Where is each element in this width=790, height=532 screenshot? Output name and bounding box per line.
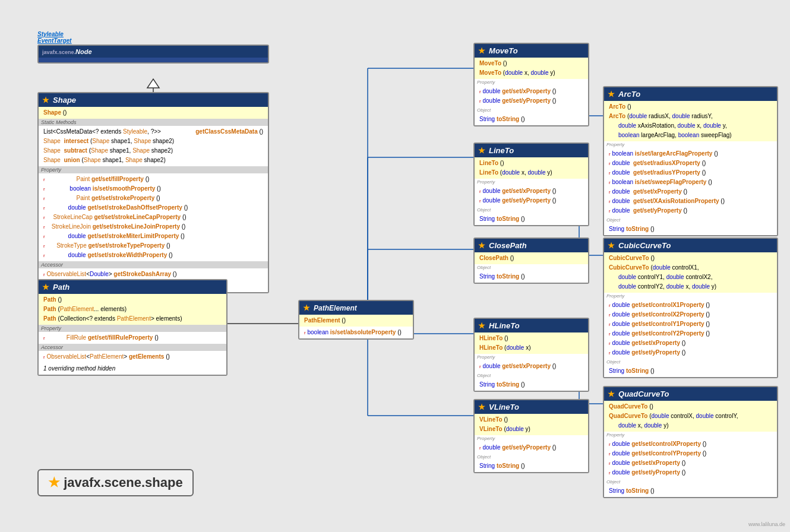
cubic-curve-to-object-label: Object (604, 359, 777, 365)
node-class-card: javafx.scene.Node (37, 45, 269, 64)
close-path-object-label: Object (475, 264, 588, 271)
node-subbar (39, 58, 268, 62)
shape-static-1: List<CssMetaData<? extends Styleable, ?>… (41, 127, 266, 137)
arc-to-object-methods: String toString () (604, 223, 777, 235)
move-to-object-label: Object (475, 107, 588, 113)
node-header: javafx.scene.Node (39, 46, 268, 58)
vline-to-object-label: Object (475, 454, 588, 460)
arc-to-properties: r boolean is/set/largeArcFlagProperty ()… (604, 148, 777, 217)
quad-curve-to-object-label: Object (604, 479, 777, 485)
close-path-constructors: ClosePath () (475, 252, 588, 264)
cubic-curve-to-object-methods: String toString () (604, 365, 777, 377)
line-to-star-icon: ★ (478, 146, 485, 155)
arc-to-classname: ArcTo (618, 90, 640, 99)
path-class-card: ★ Path Path () Path (PathElement... elem… (37, 279, 227, 376)
arc-to-header: ★ ArcTo (604, 87, 777, 101)
line-to-property-label: Property (475, 179, 588, 185)
diagram-container: Styleable EventTarget javafx.scene.Node … (0, 0, 790, 532)
watermark-text: www.laliluna.de (748, 521, 785, 527)
vline-to-constructors: VLineTo () VLineTo (double y) (475, 414, 588, 435)
watermark: www.laliluna.de (748, 521, 785, 527)
vline-to-class-card: ★ VLineTo VLineTo () VLineTo (double y) … (473, 399, 589, 473)
path-constructors: Path () Path (PathElement... elements) P… (39, 294, 226, 325)
close-path-star-icon: ★ (478, 241, 485, 250)
package-star-icon: ★ (48, 475, 60, 490)
quad-curve-to-classname: QuadCurveTo (618, 390, 669, 398)
line-to-class-card: ★ LineTo LineTo () LineTo (double x, dou… (473, 142, 589, 226)
hline-to-object-label: Object (475, 372, 588, 379)
line-to-properties: r double get/set/xProperty () r double g… (475, 185, 588, 207)
shape-static-label: Static Methods (39, 119, 268, 126)
move-to-class-card: ★ MoveTo MoveTo () MoveTo (double x, dou… (473, 43, 589, 126)
path-element-properties: r boolean is/set/absoluteProperty () (299, 327, 413, 338)
path-element-header: ★ PathElement (299, 301, 413, 315)
cubic-curve-to-header: ★ CubicCurveTo (604, 239, 777, 252)
hline-to-class-card: ★ HLineTo HLineTo () HLineTo (double x) … (473, 318, 589, 392)
path-property-label: Property (39, 325, 226, 332)
move-to-classname: MoveTo (489, 46, 518, 55)
line-to-classname: LineTo (489, 146, 514, 155)
quad-curve-to-header: ★ QuadCurveTo (604, 387, 777, 401)
arc-to-class-card: ★ ArcTo ArcTo () ArcTo (double radiusX, … (603, 86, 778, 236)
cubic-curve-to-property-label: Property (604, 293, 777, 299)
path-header: ★ Path (39, 280, 226, 294)
cubic-curve-to-properties: r double get/set/controlX1Property () r … (604, 299, 777, 359)
shape-static-4: Shape union (Shape shape1, Shape shape2) (41, 156, 266, 165)
path-element-star-icon: ★ (303, 303, 310, 312)
styleable-eventtarget-link[interactable]: Styleable EventTarget (37, 31, 71, 44)
arc-to-property-label: Property (604, 141, 777, 148)
close-path-classname: ClosePath (489, 241, 527, 250)
hline-to-header: ★ HLineTo (475, 319, 588, 332)
move-to-constructors: MoveTo () MoveTo (double x, double y) (475, 58, 588, 79)
shape-static-3: Shape subtract (Shape shape1, Shape shap… (41, 146, 266, 156)
arc-to-constructors: ArcTo () ArcTo (double radiusX, double r… (604, 101, 777, 141)
move-to-property-label: Property (475, 79, 588, 86)
shape-constructor-1: Shape () (41, 108, 266, 118)
package-name: javafx.scene.shape (64, 475, 183, 490)
path-accessors: r ObservableList<PathElement> getElement… (39, 351, 226, 363)
path-accessor-label: Accessor (39, 344, 226, 351)
shape-static-methods: List<CssMetaData<? extends Styleable, ?>… (39, 126, 268, 166)
path-element-constructors: PathElement () (299, 315, 413, 327)
vline-to-classname: VLineTo (489, 403, 519, 411)
vline-to-object-methods: String toString () (475, 460, 588, 472)
shape-accessors: r ObservableList<Double> getStrokeDashAr… (39, 268, 268, 280)
line-to-object-label: Object (475, 207, 588, 213)
arc-to-object-label: Object (604, 217, 777, 223)
quad-curve-to-constructors: QuadCurveTo () QuadCurveTo (double contr… (604, 401, 777, 432)
arc-to-star-icon: ★ (608, 90, 615, 99)
vline-to-header: ★ VLineTo (475, 400, 588, 414)
node-classname: Node (75, 48, 92, 55)
path-element-class-card: ★ PathElement PathElement () r boolean i… (298, 300, 414, 340)
line-to-object-methods: String toString () (475, 213, 588, 225)
path-classname: Path (53, 283, 69, 292)
line-to-constructors: LineTo () LineTo (double x, double y) (475, 157, 588, 179)
quad-curve-to-property-label: Property (604, 432, 777, 438)
cubic-curve-to-class-card: ★ CubicCurveTo CubicCurveTo () CubicCurv… (603, 238, 778, 378)
move-to-properties: r double get/set/xProperty () r double g… (475, 86, 588, 107)
shape-accessor-label: Accessor (39, 261, 268, 268)
vline-to-properties: r double get/set/yProperty () (475, 442, 588, 454)
path-properties: r FillRule get/set/fillRuleProperty () (39, 332, 226, 344)
path-element-classname: PathElement (314, 304, 357, 312)
package-label: ★ javafx.scene.shape (37, 469, 194, 496)
quad-curve-to-object-methods: String toString () (604, 485, 777, 497)
vline-to-property-label: Property (475, 435, 588, 442)
quad-curve-to-properties: r double get/set/controlXProperty () r d… (604, 438, 777, 479)
close-path-class-card: ★ ClosePath ClosePath () Object String t… (473, 238, 589, 284)
line-to-header: ★ LineTo (475, 144, 588, 157)
hline-to-object-methods: String toString () (475, 379, 588, 391)
vline-to-star-icon: ★ (478, 403, 485, 411)
close-path-object-methods: String toString () (475, 271, 588, 283)
svg-marker-31 (147, 79, 159, 88)
shape-static-2: Shape intersect (Shape shape1, Shape sha… (41, 137, 266, 146)
hline-to-properties: r double get/set/xProperty () (475, 360, 588, 372)
hline-to-classname: HLineTo (489, 321, 520, 330)
cubic-curve-to-classname: CubicCurveTo (618, 241, 671, 250)
hline-to-property-label: Property (475, 354, 588, 360)
shape-properties: r Paint get/set/fillProperty () r boolea… (39, 173, 268, 261)
move-to-header: ★ MoveTo (475, 44, 588, 58)
quad-curve-to-star-icon: ★ (608, 390, 615, 398)
cubic-curve-to-star-icon: ★ (608, 241, 615, 250)
shape-classname: Shape (53, 96, 76, 104)
